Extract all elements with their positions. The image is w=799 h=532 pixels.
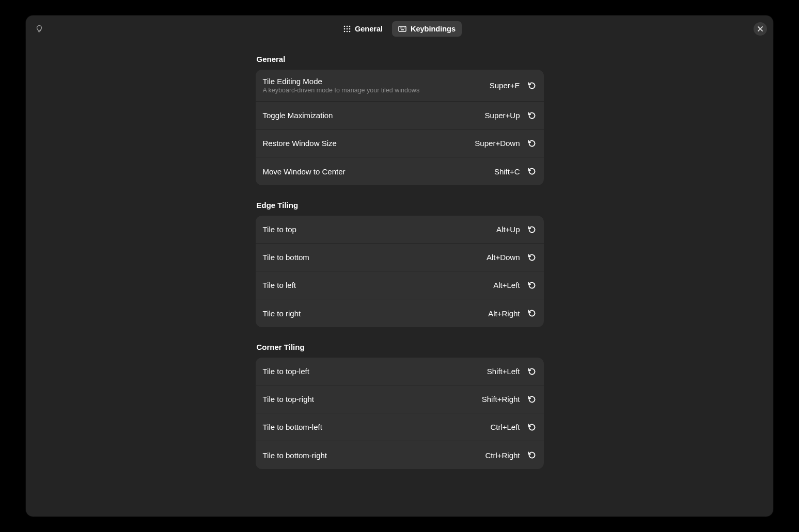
section-title: Corner Tiling: [256, 343, 544, 351]
tab-label: Keybindings: [411, 25, 456, 33]
row-main: Toggle Maximization: [263, 111, 485, 120]
keybinding-row[interactable]: Tile to bottom-left Ctrl+Left: [256, 413, 544, 441]
section-corner-tiling: Corner Tiling Tile to top-left Shift+Lef…: [256, 343, 544, 469]
row-title: Tile to bottom: [263, 253, 487, 262]
row-title: Tile to top-left: [263, 367, 487, 376]
row-title: Tile to top-right: [263, 395, 482, 404]
section-general: General Tile Editing Mode A keyboard-dri…: [256, 55, 544, 185]
accelerator-label: Alt+Right: [488, 309, 520, 318]
svg-point-4: [347, 28, 348, 30]
row-subtitle: A keyboard-driven mode to manage your ti…: [263, 87, 490, 94]
keybinding-row[interactable]: Tile to right Alt+Right: [256, 299, 544, 327]
reset-icon[interactable]: [527, 309, 537, 318]
section-edge-tiling: Edge Tiling Tile to top Alt+Up Tile to b…: [256, 201, 544, 327]
reset-icon[interactable]: [527, 139, 537, 148]
reset-icon[interactable]: [527, 111, 537, 120]
keybinding-group: Tile to top Alt+Up Tile to bottom Alt+Do…: [256, 216, 544, 327]
keybinding-row[interactable]: Tile to top-right Shift+Right: [256, 385, 544, 413]
reset-icon[interactable]: [527, 423, 537, 432]
keybinding-row[interactable]: Toggle Maximization Super+Up: [256, 102, 544, 130]
svg-rect-13: [404, 28, 405, 29]
view-switcher: General Keybindings: [337, 21, 462, 37]
keybinding-row[interactable]: Tile to top-left Shift+Left: [256, 358, 544, 385]
row-main: Move Window to Center: [263, 167, 494, 176]
close-button[interactable]: [754, 22, 767, 36]
svg-rect-10: [400, 28, 401, 29]
content-area: General Tile Editing Mode A keyboard-dri…: [26, 42, 773, 517]
keybinding-row[interactable]: Tile to top Alt+Up: [256, 216, 544, 244]
keybinding-group: Tile Editing Mode A keyboard-driven mode…: [256, 70, 544, 185]
svg-rect-9: [399, 26, 406, 31]
keybinding-row[interactable]: Tile Editing Mode A keyboard-driven mode…: [256, 70, 544, 102]
row-title: Tile to bottom-right: [263, 451, 485, 460]
reset-icon[interactable]: [527, 253, 537, 262]
keybinding-row[interactable]: Tile to left Alt+Left: [256, 271, 544, 299]
keybinding-row[interactable]: Tile to bottom Alt+Down: [256, 244, 544, 271]
accelerator-label: Super+E: [490, 81, 520, 90]
accelerator-label: Alt+Up: [496, 225, 520, 234]
header-right: [754, 22, 767, 36]
reset-icon[interactable]: [527, 367, 537, 376]
svg-point-8: [349, 31, 351, 33]
hint-icon[interactable]: [32, 22, 46, 36]
keybinding-row[interactable]: Restore Window Size Super+Down: [256, 130, 544, 157]
accelerator-label: Super+Down: [475, 139, 520, 148]
svg-point-1: [347, 26, 348, 27]
row-main: Restore Window Size: [263, 139, 475, 148]
reset-icon[interactable]: [527, 81, 537, 90]
reset-icon[interactable]: [527, 167, 537, 176]
row-main: Tile to bottom-left: [263, 423, 491, 431]
reset-icon[interactable]: [527, 225, 537, 234]
reset-icon[interactable]: [527, 450, 537, 460]
keybinding-group: Tile to top-left Shift+Left Tile to top-…: [256, 358, 544, 469]
row-main: Tile to top-left: [263, 367, 487, 376]
row-main: Tile to top: [263, 225, 497, 234]
tab-keybindings[interactable]: Keybindings: [392, 21, 462, 37]
tab-general[interactable]: General: [337, 21, 389, 37]
keybinding-row[interactable]: Tile to bottom-right Ctrl+Right: [256, 441, 544, 469]
row-title: Tile to right: [263, 309, 489, 318]
row-main: Tile to right: [263, 309, 489, 318]
row-title: Tile Editing Mode: [263, 77, 490, 86]
accelerator-label: Alt+Down: [487, 253, 520, 262]
reset-icon[interactable]: [527, 395, 537, 404]
grid-icon: [343, 25, 351, 33]
svg-rect-11: [401, 28, 402, 29]
row-title: Restore Window Size: [263, 139, 475, 148]
svg-rect-14: [401, 29, 404, 30]
row-main: Tile to top-right: [263, 395, 482, 404]
row-main: Tile to bottom-right: [263, 451, 485, 460]
section-title: General: [256, 55, 544, 63]
reset-icon[interactable]: [527, 281, 537, 290]
row-main: Tile to bottom: [263, 253, 487, 262]
row-title: Tile to left: [263, 281, 494, 289]
row-main: Tile Editing Mode A keyboard-driven mode…: [263, 77, 490, 94]
svg-point-5: [349, 28, 351, 30]
svg-point-2: [349, 26, 351, 27]
svg-point-6: [344, 31, 346, 33]
row-title: Move Window to Center: [263, 167, 494, 176]
section-title: Edge Tiling: [256, 201, 544, 209]
keybinding-row[interactable]: Move Window to Center Shift+C: [256, 157, 544, 185]
svg-point-0: [344, 26, 346, 27]
keyboard-icon: [398, 25, 406, 33]
header-bar: General Keybindings: [26, 15, 773, 42]
accelerator-label: Super+Up: [485, 111, 520, 120]
accelerator-label: Shift+C: [494, 167, 520, 176]
accelerator-label: Shift+Right: [482, 395, 520, 404]
accelerator-label: Ctrl+Right: [485, 451, 520, 460]
row-title: Tile to bottom-left: [263, 423, 491, 431]
svg-point-7: [347, 31, 348, 33]
row-main: Tile to left: [263, 281, 494, 289]
accelerator-label: Ctrl+Left: [490, 423, 520, 431]
svg-point-3: [344, 28, 346, 30]
svg-rect-12: [402, 28, 403, 29]
accelerator-label: Shift+Left: [487, 367, 520, 376]
row-title: Tile to top: [263, 225, 497, 234]
header-left: [32, 22, 46, 36]
row-title: Toggle Maximization: [263, 111, 485, 120]
tab-label: General: [355, 25, 383, 33]
settings-window: General Keybindings: [26, 15, 773, 517]
accelerator-label: Alt+Left: [493, 281, 520, 289]
